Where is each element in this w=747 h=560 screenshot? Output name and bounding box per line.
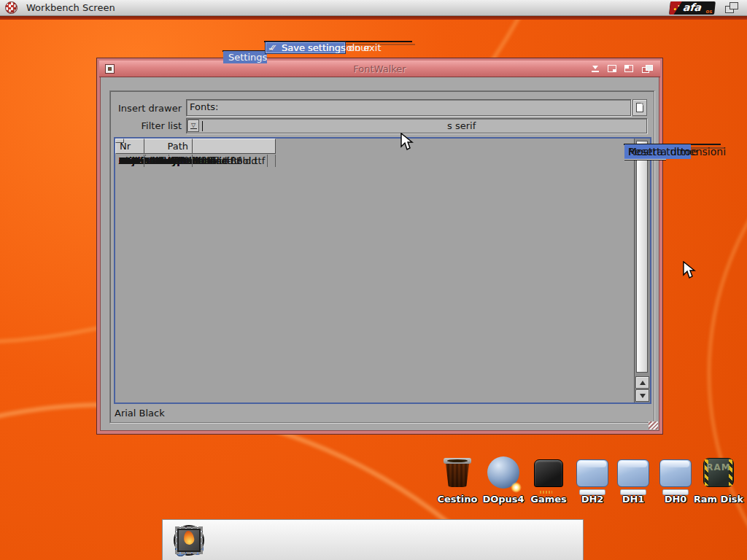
icon-overlay-text: RAM	[696, 462, 741, 472]
window-content-frame: Insert drawer Fonts: Filter list ▽ s ser…	[109, 90, 654, 423]
mouse-cursor	[683, 261, 697, 280]
font-list-table: Font NameFile namePreviewStylePathNr Dej…	[114, 137, 651, 404]
screen-titlebar: Workbench Screen afa os	[0, 0, 747, 16]
text-cursor	[202, 121, 203, 131]
column-header-filler	[115, 139, 124, 143]
insert-drawer-input[interactable]: Fonts:	[186, 99, 631, 116]
mouse-cursor	[400, 133, 415, 152]
filter-list-label: Filter list	[116, 120, 182, 131]
workbench-screen: Workbench Screen afa os FontWalker Inser…	[0, 0, 747, 560]
scroll-up-button[interactable]	[635, 376, 649, 389]
scrollbar-knob[interactable]	[636, 141, 648, 373]
status-text: Arial Black	[115, 408, 165, 419]
table-header: Font NameFile namePreviewStylePathNr	[115, 139, 634, 155]
table-body: DejaVu Serif BoldDejaVuSerif-Bold.ttfAMi…	[115, 155, 634, 402]
resize-gadget-icon[interactable]	[649, 421, 658, 429]
file-requester-button[interactable]	[632, 99, 647, 116]
vertical-scrollbar[interactable]	[634, 139, 650, 402]
fontwalker-window: FontWalker Insert drawer Fonts: Filter l…	[97, 58, 662, 434]
context-menu-strip: ProjectViewExtrasSettings	[222, 50, 265, 52]
window-titlebar[interactable]: FontWalker	[99, 61, 660, 77]
filter-popup-gadget[interactable]: ▽	[187, 120, 199, 132]
screen-divider	[0, 16, 747, 20]
shade-gadget-icon[interactable]	[623, 64, 635, 74]
cell: 116	[115, 155, 144, 167]
cell-filler	[115, 155, 123, 156]
boing-ball-icon	[5, 1, 18, 14]
window-title: FontWalker	[99, 63, 660, 74]
scroll-down-button[interactable]	[635, 389, 649, 402]
icon-label: Ram Disk	[686, 494, 747, 505]
colonne-action-resetta-dimensioni[interactable]: Resetta dimensioni	[624, 144, 726, 159]
dock-icon-cpu-chip[interactable]	[173, 524, 205, 556]
colonne-menu: Colonne ✓Font Name✓File name✓Preview✓Sty…	[624, 144, 721, 145]
filter-list-input[interactable]	[186, 118, 647, 133]
checkmark-icon: ✓	[268, 42, 279, 54]
screen-title: Workbench Screen	[26, 2, 115, 13]
dock: 1>	[162, 519, 584, 560]
iconify-gadget-icon[interactable]	[589, 64, 602, 74]
menu-item-save-settings-on-exit[interactable]: ✓Save settings on exit	[265, 42, 382, 54]
insert-drawer-label: Insert drawer	[116, 103, 182, 114]
desktop-icon-ram-disk[interactable]: RAMRam Disk	[696, 454, 741, 505]
depth-gadget-icon[interactable]	[641, 64, 654, 74]
zoom-gadget-icon[interactable]	[606, 64, 619, 74]
afa-os-logo: afa os	[669, 1, 716, 15]
menu-settings[interactable]: Settings	[223, 51, 267, 63]
screen-depth-gadget[interactable]	[725, 2, 738, 13]
filter-visible-text: s serif	[447, 120, 476, 131]
settings-menu: Sample textSample sizeAntialiasABackgrou…	[264, 41, 412, 42]
